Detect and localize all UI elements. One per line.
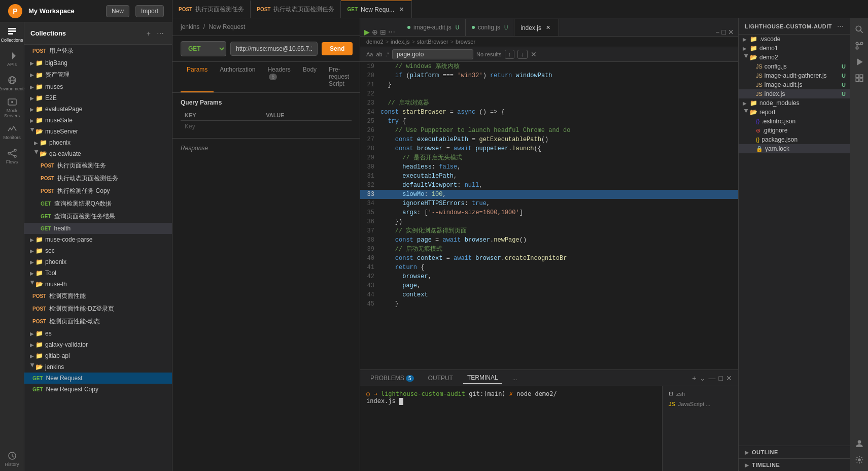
list-item[interactable]: ▶ 📁 E2E bbox=[24, 92, 172, 104]
exp-item-report[interactable]: ▶ 📂 report bbox=[739, 108, 850, 117]
find-close-button[interactable]: ✕ bbox=[531, 50, 537, 58]
tab-index-js[interactable]: index.js ✕ bbox=[514, 19, 559, 36]
tab-config[interactable]: config.js U bbox=[466, 19, 514, 36]
exp-item-image-audit[interactable]: JS image-audit.js U bbox=[739, 80, 850, 89]
tab-get-new-request[interactable]: GET New Requ... ✕ bbox=[341, 1, 412, 18]
list-item[interactable]: ▶ 📁 es bbox=[24, 328, 172, 339]
exp-item-demo1[interactable]: ▶ 📁 demo1 bbox=[739, 44, 850, 53]
exp-item-package-json[interactable]: {} package.json bbox=[739, 135, 850, 144]
exp-item-gatherer[interactable]: JS image-audit-gatherer.js U bbox=[739, 71, 850, 80]
list-item[interactable]: POST 执行动态页面检测任务 bbox=[24, 172, 172, 185]
import-button[interactable]: Import bbox=[135, 5, 164, 17]
tab-body[interactable]: Body bbox=[297, 62, 323, 92]
tab-authorization[interactable]: Authorization bbox=[214, 62, 261, 92]
list-item[interactable]: ▶ 📁 sec bbox=[24, 245, 172, 256]
maximize-panel-button[interactable]: □ bbox=[722, 28, 726, 36]
list-item[interactable]: ▶ 📁 evaluatePage bbox=[24, 104, 172, 115]
list-item[interactable]: ▶ 📁 资产管理 bbox=[24, 69, 172, 81]
maximize-terminal-button[interactable]: □ bbox=[719, 374, 723, 382]
tab-more[interactable]: ... bbox=[508, 373, 522, 384]
param-value-input[interactable] bbox=[266, 123, 339, 130]
list-item[interactable]: GET 查询检测结果QA数据 bbox=[24, 197, 172, 210]
exp-item-node-modules[interactable]: ▶ 📁 node_modules bbox=[739, 98, 850, 108]
tab-params[interactable]: Params bbox=[181, 62, 214, 92]
find-regex-btn[interactable]: .* bbox=[386, 51, 389, 57]
more-icon[interactable]: ⋯ bbox=[388, 28, 395, 36]
sidebar-item-apis[interactable]: APIs bbox=[0, 47, 24, 71]
list-item[interactable]: ▶ 📁 gitlab-api bbox=[24, 350, 172, 361]
url-input[interactable] bbox=[230, 42, 318, 56]
add-collection-button[interactable]: + bbox=[145, 27, 153, 40]
terminal-shell-zsh[interactable]: ⊡ zsh bbox=[663, 388, 738, 399]
tab-problems[interactable]: PROBLEMS 5 bbox=[366, 373, 418, 384]
run-button[interactable]: ▶ bbox=[364, 28, 370, 36]
activity-settings-icon[interactable] bbox=[852, 453, 866, 467]
health-request-item[interactable]: GET health bbox=[24, 223, 172, 234]
activity-source-control-icon[interactable] bbox=[852, 39, 866, 53]
collections-menu-button[interactable]: ⋯ bbox=[155, 27, 166, 40]
exp-item-config-js[interactable]: JS config.js U bbox=[739, 62, 850, 71]
list-item[interactable]: POST 用户登录 bbox=[24, 45, 172, 57]
list-item[interactable]: ▶ 📁 galaxy-validator bbox=[24, 339, 172, 350]
list-item[interactable]: ▶ 📁 phoenix bbox=[24, 137, 172, 148]
sidebar-item-collections[interactable]: Collections bbox=[0, 22, 24, 47]
list-item[interactable]: POST 检测页面性能-DZ登录页 bbox=[24, 302, 172, 315]
list-item[interactable]: ▶ 📁 bigBang bbox=[24, 57, 172, 69]
terminal-output[interactable]: ○ → lighthouse-custom-audit git:(main) ✗… bbox=[360, 386, 662, 471]
sidebar-item-mock-servers[interactable]: Mock Servers bbox=[0, 95, 24, 120]
new-request-copy-item[interactable]: GET New Request Copy bbox=[24, 384, 172, 395]
sidebar-item-flows[interactable]: Flows bbox=[0, 144, 24, 169]
method-select[interactable]: GET POST PUT DELETE bbox=[181, 41, 226, 56]
sidebar-item-history[interactable]: History bbox=[0, 447, 24, 471]
find-next-button[interactable]: ↓ bbox=[517, 50, 528, 59]
close-panel-button[interactable]: ✕ bbox=[728, 28, 734, 36]
close-terminal-button[interactable]: ✕ bbox=[726, 374, 732, 382]
exp-item-eslintrc[interactable]: {} .eslintrc.json bbox=[739, 117, 850, 126]
new-request-item[interactable]: GET New Request bbox=[24, 373, 172, 384]
minimize-terminal-button[interactable]: — bbox=[709, 374, 716, 382]
activity-account-icon[interactable] bbox=[852, 436, 866, 451]
list-item[interactable]: POST 检测页面性能 bbox=[24, 290, 172, 302]
add-icon[interactable]: ⊕ bbox=[372, 28, 378, 36]
tab-close-icon[interactable]: ✕ bbox=[544, 24, 552, 32]
new-button[interactable]: New bbox=[106, 5, 129, 17]
find-match-case-btn[interactable]: Aa bbox=[366, 51, 373, 57]
sidebar-item-environments[interactable]: Environments bbox=[0, 71, 24, 95]
list-item[interactable]: POST 执行检测任务 Copy bbox=[24, 185, 172, 197]
find-whole-word-btn[interactable]: ab bbox=[376, 51, 382, 57]
list-item[interactable]: ▶ 📁 muse-code-parse bbox=[24, 234, 172, 245]
activity-extensions-icon[interactable] bbox=[852, 71, 866, 85]
tab-headers[interactable]: Headers 6 bbox=[261, 62, 296, 92]
tab-post-exec-dynamic[interactable]: POST 执行动态页面检测任务 bbox=[251, 1, 341, 18]
activity-run-icon[interactable] bbox=[852, 55, 866, 69]
list-item[interactable]: ▶ 📁 phoenix bbox=[24, 256, 172, 267]
exp-item-demo2[interactable]: ▶ 📂 demo2 bbox=[739, 53, 850, 62]
timeline-section-header[interactable]: ▶ TIMELINE bbox=[739, 459, 850, 471]
terminal-shell-js[interactable]: JS JavaScript ... bbox=[663, 399, 738, 409]
list-item[interactable]: ▶ 📁 muses bbox=[24, 81, 172, 92]
tab-post-exec-page[interactable]: POST 执行页面检测任务 bbox=[172, 1, 251, 18]
tab-image-audit[interactable]: image-audit.js U bbox=[401, 19, 466, 36]
list-item[interactable]: POST 执行页面检测任务 bbox=[24, 159, 172, 172]
exp-item-yarn-lock[interactable]: 🔒 yarn.lock bbox=[739, 144, 850, 153]
tab-close-icon[interactable]: ✕ bbox=[397, 6, 405, 14]
split-icon[interactable]: ⊞ bbox=[380, 28, 386, 36]
list-item[interactable]: POST 检测页面性能-动态 bbox=[24, 315, 172, 328]
outline-section-header[interactable]: ▶ OUTLINE bbox=[739, 446, 850, 458]
tab-output[interactable]: OUTPUT bbox=[424, 373, 457, 384]
explorer-more-button[interactable]: ⋯ bbox=[837, 22, 844, 30]
param-key-input[interactable] bbox=[185, 123, 258, 130]
sidebar-item-monitors[interactable]: Monitors bbox=[0, 120, 24, 144]
list-item[interactable]: ▶ 📁 museSafe bbox=[24, 115, 172, 126]
find-input[interactable] bbox=[392, 49, 473, 59]
jenkins-folder[interactable]: ▶ 📂 jenkins bbox=[24, 361, 172, 373]
list-item[interactable]: ▶ 📂 muse-lh bbox=[24, 279, 172, 290]
exp-item-gitignore[interactable]: ⊛ .gitignore bbox=[739, 126, 850, 135]
exp-item-vscode[interactable]: ▶ 📁 .vscode bbox=[739, 35, 850, 44]
tab-terminal[interactable]: TERMINAL bbox=[463, 372, 502, 384]
list-item[interactable]: ▶ 📁 Tool bbox=[24, 267, 172, 279]
find-prev-button[interactable]: ↑ bbox=[505, 50, 515, 59]
add-terminal-button[interactable]: + bbox=[692, 374, 696, 382]
send-button[interactable]: Send bbox=[322, 42, 353, 55]
list-item[interactable]: ▶ 📂 museServer bbox=[24, 126, 172, 137]
